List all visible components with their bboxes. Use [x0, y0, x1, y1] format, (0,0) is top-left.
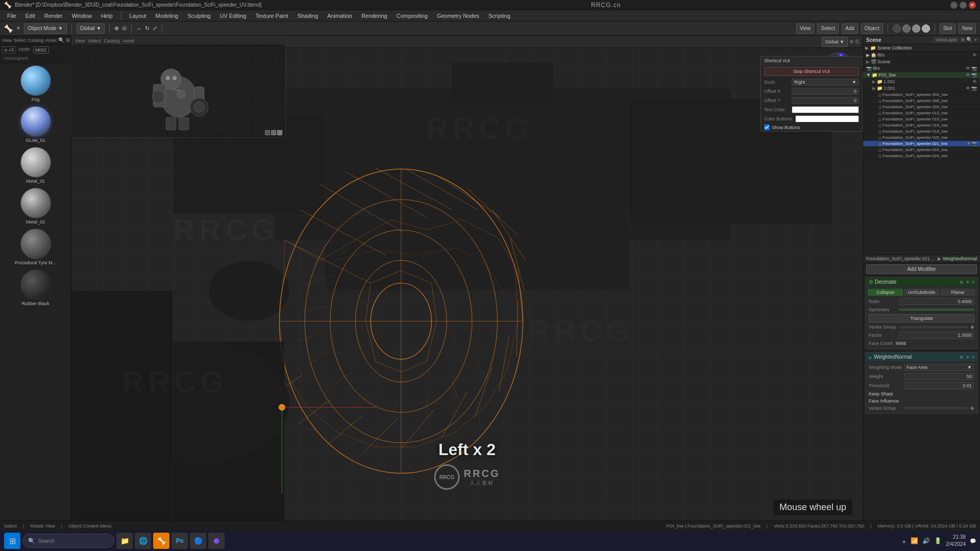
scale-icon[interactable]: ⤢ — [153, 25, 157, 32]
tree-mesh-004[interactable]: △ Foundation_SciFi_speeder 004_low — [863, 92, 980, 98]
start-button[interactable]: ⊞ — [4, 533, 20, 549]
view-layer-btn[interactable]: ViewLayer — [934, 37, 959, 43]
weight-value[interactable]: 50 — [904, 373, 974, 380]
close-button[interactable]: ✕ — [969, 2, 976, 9]
rendered-btn[interactable] — [922, 24, 930, 33]
maximize-button[interactable]: □ — [960, 2, 967, 9]
unsubdivide-btn[interactable]: Un/Subdivide — [904, 289, 939, 296]
threshold-value[interactable]: 0.01 — [904, 382, 974, 389]
decimate-settings-icon[interactable]: ≡ — [972, 280, 974, 285]
material-metal01[interactable]: Metal_01 — [0, 145, 71, 186]
taskbar-visual-studio[interactable]: ⬢ — [208, 533, 225, 549]
object-btn[interactable]: Object — [861, 23, 883, 34]
planar-btn[interactable]: Planar — [940, 289, 975, 296]
view-btn[interactable]: View — [796, 23, 815, 34]
thumb-view-btn[interactable]: View — [75, 38, 85, 43]
material-fog[interactable]: Fog — [0, 63, 71, 104]
minimize-button[interactable]: − — [950, 2, 958, 9]
cat-unassigned[interactable]: Unassigned — [2, 55, 30, 61]
global-btn[interactable]: Global ▼ — [77, 23, 105, 34]
menu-window[interactable]: Window — [68, 12, 96, 20]
wn-delete-btn[interactable]: ✕ — [966, 355, 970, 360]
svui-offx-val[interactable]: 0 — [792, 88, 859, 95]
decimate-add-btn[interactable]: ⊕ — [960, 280, 964, 285]
object-mode-btn[interactable]: Object Mode ▼ — [24, 23, 67, 34]
menu-rendering[interactable]: Rendering — [357, 12, 391, 20]
wn-add-btn[interactable]: ⊕ — [960, 355, 964, 360]
wireframe-btn[interactable] — [893, 24, 901, 33]
menu-sculpting[interactable]: Sculpting — [183, 12, 214, 20]
wm-dropdown[interactable]: Face Area ▼ — [904, 364, 974, 371]
taskbar-search[interactable]: 🔍 Search — [22, 534, 114, 548]
proportional-icon[interactable]: ⊙ — [122, 25, 127, 32]
notification-btn[interactable]: 💬 — [970, 538, 976, 544]
menu-scripting[interactable]: Scripting — [484, 12, 514, 20]
select-btn[interactable]: Select — [817, 23, 839, 34]
wn-vg-input[interactable] — [904, 407, 968, 409]
taskbar-blender[interactable]: 🦴 — [153, 533, 169, 549]
outliner-filter-icon[interactable]: ⊞ — [961, 37, 965, 43]
menu-modeling[interactable]: Modeling — [152, 12, 183, 20]
taskbar-edge[interactable]: 🌐 — [135, 533, 151, 549]
cat-all[interactable]: ⊕All — [2, 46, 16, 54]
menu-render[interactable]: Render — [40, 12, 67, 20]
taskbar-chrome[interactable]: 🔵 — [190, 533, 206, 549]
taskbar-photoshop[interactable]: Ps — [172, 533, 188, 549]
material-metal02[interactable]: Metal_02 — [0, 186, 71, 227]
panel-toggle-icon[interactable]: ⊞ — [66, 37, 70, 43]
tree-mesh-009[interactable]: △ Foundation_SciFi_speeder 009_low — [863, 104, 980, 110]
menu-geometry-nodes[interactable]: Geometry Nodes — [433, 12, 483, 20]
rotate-icon[interactable]: ↻ — [145, 25, 150, 32]
tree-mesh-024[interactable]: △ Foundation_SciFi_speeder.024_low — [863, 153, 980, 159]
svui-dock-dropdown[interactable]: Right ▼ — [792, 79, 859, 86]
vp-snap-icon[interactable]: ⊕ — [849, 39, 853, 44]
snap-icon[interactable]: ⊕ — [114, 25, 119, 32]
vp-overlay-btn[interactable]: ☰ — [855, 39, 860, 44]
tree-mesh-006[interactable]: △ Foundation_SciFi_speeder 006_low — [863, 98, 980, 104]
material-glow[interactable]: GLow_01 — [0, 104, 71, 145]
tree-mesh-023[interactable]: △ Foundation_SciFi_speeder.023_low — [863, 147, 980, 153]
tray-show-hidden[interactable]: ▲ — [901, 538, 906, 544]
svui-offy-val[interactable]: 0 — [792, 97, 859, 104]
panel-select-btn[interactable]: Select — [13, 38, 26, 43]
svui-showbtn-checkbox[interactable] — [764, 124, 770, 130]
slot-btn[interactable]: Slot — [940, 23, 955, 34]
clock[interactable]: 21:382/4/2024 — [946, 534, 966, 548]
menu-help[interactable]: Help — [97, 12, 117, 20]
menu-layout[interactable]: Layout — [126, 12, 151, 20]
vp-global-btn[interactable]: Global ▼ — [822, 37, 848, 47]
cat-misc[interactable]: MISC — [33, 46, 49, 54]
taskbar-file-explorer[interactable]: 📁 — [116, 533, 133, 549]
cat-hdri[interactable]: HDRI — [17, 46, 32, 54]
svui-stop-btn[interactable]: Stop Shortcut VUI — [764, 67, 859, 76]
symmetry-value[interactable] — [899, 309, 974, 311]
tree-mesh-013[interactable]: △ Foundation_SciFi_speeder 013_low — [863, 110, 980, 116]
tree-mesh-020[interactable]: △ Foundation_SciFi_speeder 020_low — [863, 135, 980, 141]
tree-item-film[interactable]: 📷 film 👁 📷 — [863, 65, 980, 72]
panel-view-btn[interactable]: View — [2, 38, 12, 43]
factor-value[interactable]: 1.0000 — [899, 332, 974, 339]
menu-texture-paint[interactable]: Texture Paint — [251, 12, 292, 20]
panel-search-icon[interactable]: 🔍 — [58, 37, 64, 43]
tree-item-poi[interactable]: ▼ 📁 POI_low 👁 📷 — [863, 72, 980, 79]
material-btn[interactable] — [912, 24, 920, 33]
wn-vg-btn[interactable]: ⊕ — [970, 406, 974, 411]
collapse-btn[interactable]: Collapse — [868, 289, 903, 296]
add-modifier-btn[interactable]: Add Modifier — [866, 264, 977, 274]
tray-battery[interactable]: 🔋 — [934, 537, 942, 544]
add-btn[interactable]: Add — [842, 23, 858, 34]
tree-item-scene[interactable]: ▶ 🏠 film 👁 — [863, 52, 980, 59]
tree-item-1001[interactable]: ▶ 📁 1.001 👁 — [863, 79, 980, 85]
menu-file[interactable]: File — [3, 12, 20, 20]
solid-btn[interactable] — [902, 24, 911, 33]
panel-asset-btn[interactable]: Asset — [45, 38, 57, 43]
transform-icon[interactable]: ↔ — [136, 26, 142, 32]
vg-btn[interactable]: ⊕ — [970, 324, 974, 330]
menu-uv-editing[interactable]: UV Editing — [215, 12, 250, 20]
thumb-asset-btn[interactable]: Asset — [122, 38, 134, 43]
tree-mesh-018[interactable]: △ Foundation_SciFi_speeder 018_low — [863, 129, 980, 135]
menu-compositing[interactable]: Compositing — [393, 12, 432, 20]
wn-settings-icon[interactable]: ≡ — [972, 355, 974, 360]
tray-volume[interactable]: 🔊 — [922, 537, 930, 544]
triangulate-btn[interactable]: Triangulate — [869, 314, 974, 322]
